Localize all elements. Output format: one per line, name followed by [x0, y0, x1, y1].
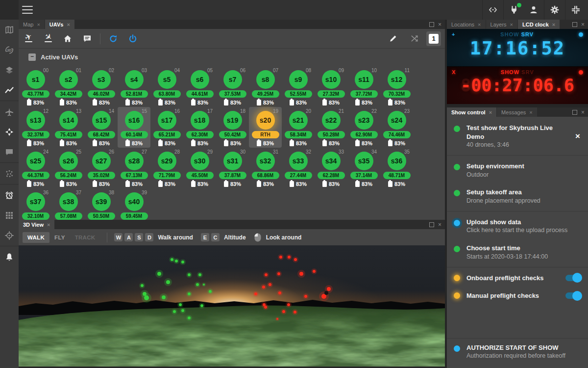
tab-uavs[interactable]: UAVs×: [45, 20, 74, 29]
checklist-item[interactable]: Onboard preflight checks: [447, 269, 588, 287]
selection-count-button[interactable]: 1: [426, 31, 441, 46]
drone-status-circle[interactable]: s15: [92, 111, 111, 130]
drone-status-circle[interactable]: s39: [92, 192, 111, 211]
drone-card-s33[interactable]: 32s3327.44M83%: [282, 148, 315, 188]
drone-status-circle[interactable]: s10: [322, 70, 341, 89]
drone-card-s10[interactable]: 09s1027.32M83%: [315, 66, 347, 107]
return-home-button[interactable]: [58, 29, 77, 48]
drone-status-circle[interactable]: s24: [388, 111, 406, 130]
tab-lcd-clock[interactable]: LCD clock×: [518, 20, 560, 29]
drone-status-circle[interactable]: s31: [223, 152, 242, 170]
gear-icon[interactable]: [549, 4, 560, 15]
drone-status-circle[interactable]: s33: [289, 152, 308, 170]
tab-locations[interactable]: Locations×: [447, 20, 486, 29]
drone-status-circle[interactable]: s32: [256, 152, 275, 170]
drone-status-circle[interactable]: s8: [256, 70, 275, 89]
drone-card-s25[interactable]: 24s2544.37M83%: [19, 148, 52, 188]
mode-fly[interactable]: FLY: [49, 232, 70, 243]
drone-card-s34[interactable]: 33s3462.28M83%: [315, 148, 347, 188]
tab-close-icon[interactable]: ×: [67, 22, 70, 27]
chat-icon[interactable]: [0, 142, 19, 162]
scene-3d[interactable]: [19, 245, 445, 367]
drone-card-s14[interactable]: 13s1475.41M83%: [52, 107, 85, 148]
maximize-icon[interactable]: [429, 22, 434, 27]
drone-status-circle[interactable]: s5: [158, 70, 176, 89]
drone-card-s20[interactable]: 19s20RTH83%: [249, 107, 282, 148]
drone-card-s29[interactable]: 28s2971.79M83%: [150, 148, 183, 188]
drone-card-s6[interactable]: 05s644.61M83%: [183, 66, 216, 107]
drone-card-s31[interactable]: 30s3137.87M83%: [216, 148, 249, 188]
drone-status-circle[interactable]: s14: [59, 111, 78, 130]
drone-status-circle[interactable]: s18: [191, 111, 209, 130]
drone-card-s24[interactable]: 23s2474.46M83%: [380, 107, 413, 148]
power-button[interactable]: [123, 29, 143, 48]
drone-status-circle[interactable]: s3: [92, 70, 111, 89]
drone-card-s27[interactable]: 26s2735.02M83%: [85, 148, 118, 188]
close-icon[interactable]: ×: [438, 222, 441, 228]
tab-layers[interactable]: Layers×: [486, 20, 517, 29]
bell-icon[interactable]: [0, 247, 19, 267]
drone-card-s19[interactable]: 18s1950.42M83%: [216, 107, 249, 148]
drone-card-s9[interactable]: 08s952.55M83%: [282, 66, 315, 107]
authorize-item[interactable]: AUTHORIZE START OF SHOW Authorization re…: [447, 338, 588, 366]
tab-close-icon[interactable]: ×: [478, 22, 481, 27]
close-icon[interactable]: ×: [438, 22, 441, 27]
drone-status-circle[interactable]: s25: [26, 152, 45, 170]
hamburger-menu-icon[interactable]: [22, 6, 33, 14]
drone-card-s7[interactable]: 06s737.53M83%: [216, 66, 249, 107]
close-icon[interactable]: ×: [581, 22, 585, 27]
tab-close-icon[interactable]: ×: [529, 109, 532, 115]
tab-close-icon[interactable]: ×: [37, 22, 40, 27]
drone-status-circle[interactable]: s27: [92, 152, 111, 170]
drone-card-s36[interactable]: 35s3648.71M83%: [380, 148, 413, 188]
drone-card-s2[interactable]: 01s234.42M83%: [52, 66, 85, 107]
drone-card-s32[interactable]: 31s3268.86M83%: [249, 148, 282, 188]
drone-card-s21[interactable]: 20s2158.34M83%: [282, 107, 315, 148]
drone-card-s11[interactable]: 10s1137.72M83%: [347, 66, 380, 107]
compress-icon[interactable]: [570, 4, 581, 15]
refresh-button[interactable]: [103, 29, 123, 48]
tab-3d-view[interactable]: 3D View×: [19, 220, 54, 229]
checklist-item[interactable]: Setup takeoff areaDrone placement approv…: [447, 183, 588, 209]
drone-card-s22[interactable]: 21s2250.28M83%: [315, 107, 347, 148]
drone-status-circle[interactable]: s19: [223, 111, 242, 130]
tab-close-icon[interactable]: ×: [489, 109, 492, 115]
location-icon[interactable]: [0, 225, 19, 245]
drone-card-s3[interactable]: 02s346.02M83%: [85, 66, 118, 107]
tab-close-icon[interactable]: ×: [47, 222, 50, 228]
drone-card-s5[interactable]: 04s563.80M83%: [150, 66, 183, 107]
drone-card-s37[interactable]: 36s3732.10M83%: [19, 188, 52, 220]
drone-card-s30[interactable]: 29s3045.50M83%: [183, 148, 216, 188]
drone-card-s18[interactable]: 17s1862.30M83%: [183, 107, 216, 148]
drone-card-s40[interactable]: 39s4059.45M83%: [118, 188, 150, 220]
drone-status-circle[interactable]: s7: [223, 70, 242, 89]
close-icon[interactable]: ×: [574, 130, 581, 143]
threed-view-icon[interactable]: 3D: [0, 40, 19, 60]
drone-status-circle[interactable]: s37: [26, 192, 45, 211]
maximize-icon[interactable]: [572, 22, 577, 27]
checklist-item[interactable]: Setup environmentOutdoor: [447, 157, 588, 183]
takeoff-button[interactable]: ✈: [19, 29, 38, 48]
drone-card-s4[interactable]: 03s452.81M83%: [118, 66, 150, 107]
tab-close-icon[interactable]: ×: [552, 22, 555, 27]
drone-status-circle[interactable]: s11: [355, 70, 373, 89]
drone-card-s38[interactable]: 37s3857.08M83%: [52, 188, 85, 220]
clock-badge[interactable]: +: [452, 31, 455, 37]
plug-icon[interactable]: [509, 4, 519, 15]
map-icon[interactable]: [0, 20, 19, 40]
airplane-icon[interactable]: [0, 102, 19, 122]
drone-card-s1[interactable]: 00s143.77M83%: [19, 66, 52, 107]
drone-card-s12[interactable]: 11s1270.32M83%: [380, 66, 413, 107]
toggle-switch-on[interactable]: [565, 275, 581, 281]
person-icon[interactable]: [528, 4, 539, 15]
drone-status-circle[interactable]: s13: [26, 111, 45, 130]
checklist-item[interactable]: Upload show dataClick here to start the …: [447, 213, 588, 239]
mode-track[interactable]: TRACK: [70, 232, 100, 243]
drone-status-circle[interactable]: s6: [191, 70, 209, 89]
drone-status-circle[interactable]: s1: [26, 70, 45, 89]
close-icon[interactable]: ×: [581, 109, 585, 115]
drone-status-circle[interactable]: s30: [191, 152, 209, 170]
maximize-icon[interactable]: [572, 110, 577, 115]
drone-status-circle[interactable]: s17: [158, 111, 176, 130]
drone-status-circle[interactable]: s35: [355, 152, 373, 170]
